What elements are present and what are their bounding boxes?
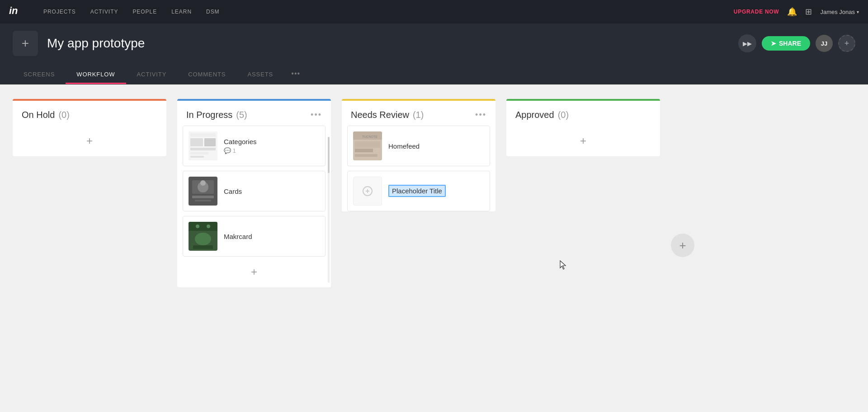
tab-screens[interactable]: SCREENS: [13, 65, 66, 84]
card-homefeed-name: Homefeed: [388, 142, 484, 150]
column-needsreview-menu[interactable]: •••: [475, 110, 486, 120]
card-homefeed[interactable]: TUCNOTE Homefeed: [347, 126, 490, 166]
add-card-onhold-icon: +: [86, 135, 93, 147]
column-inprogress-menu[interactable]: •••: [311, 110, 322, 120]
inprogress-card-list: Categories 💬 1: [177, 126, 331, 257]
tab-activity[interactable]: ACTIVITY: [126, 65, 178, 84]
svg-point-11: [200, 180, 206, 186]
tab-assets[interactable]: ASSETS: [236, 65, 284, 84]
svg-rect-7: [190, 156, 204, 158]
nav-learn[interactable]: LEARN: [171, 9, 192, 15]
workflow-area: On Hold (0) + In Progress (5) •••: [0, 84, 868, 406]
svg-point-19: [207, 225, 210, 228]
add-screen-button[interactable]: +: [13, 31, 38, 56]
add-column-icon: +: [679, 239, 686, 253]
column-needsreview-count: (1): [413, 110, 424, 120]
column-inprogress-title: In Progress: [186, 110, 232, 120]
card-placeholder[interactable]: Placeholder Title: [347, 171, 490, 211]
add-card-approved-icon: +: [580, 135, 586, 147]
nav-activity[interactable]: ACTIVITY: [90, 9, 118, 15]
topnav: in PROJECTS ACTIVITY PEOPLE LEARN DSM UP…: [0, 0, 868, 23]
needsreview-card-list: TUCNOTE Homefeed Placeholder Tit: [342, 126, 495, 211]
logo[interactable]: in: [9, 4, 24, 19]
topnav-right: UPGRADE NOW 🔔 ⊞ James Jonas: [734, 7, 859, 17]
comment-count: 1: [233, 148, 236, 154]
svg-rect-24: [355, 154, 377, 157]
upgrade-button[interactable]: UPGRADE NOW: [734, 9, 779, 15]
cursor: [560, 260, 568, 272]
column-onhold-title: On Hold: [22, 110, 55, 120]
svg-rect-22: [355, 141, 380, 148]
card-homefeed-thumb: TUCNOTE: [353, 131, 382, 160]
card-categories[interactable]: Categories 💬 1: [183, 126, 326, 166]
add-icon: +: [22, 36, 29, 51]
column-onhold: On Hold (0) +: [13, 99, 166, 156]
svg-rect-6: [190, 152, 208, 154]
nav-projects[interactable]: PROJECTS: [43, 9, 76, 15]
svg-rect-23: [355, 149, 373, 152]
card-categories-meta: 💬 1: [224, 147, 320, 154]
card-placeholder-thumb: [353, 177, 382, 206]
svg-rect-12: [192, 196, 214, 198]
column-inprogress-count: (5): [236, 110, 247, 120]
svg-rect-13: [195, 200, 211, 201]
comment-icon: 💬: [224, 147, 231, 154]
column-onhold-header: On Hold (0): [13, 101, 166, 126]
card-cards-info: Cards: [224, 187, 320, 195]
column-needsreview-title: Needs Review: [351, 110, 409, 120]
svg-point-16: [195, 233, 211, 245]
column-approved-title: Approved: [515, 110, 554, 120]
card-makrcard-name: Makrcard: [224, 233, 320, 240]
column-onhold-count: (0): [58, 110, 69, 120]
preview-icon: ▶▶: [743, 40, 752, 47]
project-title: My app prototype: [47, 36, 729, 51]
add-member-icon: +: [844, 39, 849, 48]
card-makrcard[interactable]: Makrcard: [183, 216, 326, 257]
svg-rect-5: [190, 148, 216, 150]
card-cards-name: Cards: [224, 187, 320, 195]
card-categories-thumb: [189, 131, 217, 160]
scrollbar-thumb: [328, 137, 330, 173]
svg-point-18: [196, 225, 199, 228]
card-placeholder-info: Placeholder Title: [388, 187, 484, 195]
share-label: SHARE: [779, 40, 801, 47]
tab-more[interactable]: •••: [284, 63, 307, 84]
avatar[interactable]: JJ: [816, 35, 833, 52]
header-actions: ▶▶ ➤ SHARE JJ +: [738, 34, 855, 52]
project-header: + My app prototype ▶▶ ➤ SHARE JJ +: [0, 23, 868, 63]
card-categories-info: Categories 💬 1: [224, 138, 320, 154]
user-menu[interactable]: James Jonas: [820, 9, 859, 15]
card-makrcard-thumb: [189, 222, 217, 251]
add-card-approved-button[interactable]: +: [506, 126, 660, 156]
nav-people[interactable]: PEOPLE: [132, 9, 157, 15]
column-needsreview-header: Needs Review (1) •••: [342, 101, 495, 126]
svg-text:TUCNOTE: TUCNOTE: [362, 135, 377, 138]
svg-rect-3: [190, 138, 203, 146]
add-column-button[interactable]: +: [671, 234, 694, 257]
svg-rect-15: [189, 222, 217, 231]
column-approved-count: (0): [558, 110, 569, 120]
svg-rect-4: [204, 138, 216, 146]
column-inprogress: In Progress (5) •••: [177, 99, 331, 287]
add-card-onhold-button[interactable]: +: [13, 126, 166, 156]
column-approved: Approved (0) +: [506, 99, 660, 156]
card-cards[interactable]: Cards: [183, 171, 326, 211]
share-button[interactable]: ➤ SHARE: [762, 36, 810, 51]
svg-text:in: in: [9, 5, 18, 16]
placeholder-title: Placeholder Title: [388, 185, 446, 197]
preview-button[interactable]: ▶▶: [738, 34, 756, 52]
card-categories-name: Categories: [224, 138, 320, 145]
tab-comments[interactable]: COMMENTS: [177, 65, 236, 84]
tab-workflow[interactable]: WORKFLOW: [66, 65, 126, 84]
nav-dsm[interactable]: DSM: [206, 9, 220, 15]
tabs-bar: SCREENS WORKFLOW ACTIVITY COMMENTS ASSET…: [0, 63, 868, 84]
add-card-inprogress-button[interactable]: +: [177, 257, 331, 287]
notifications-icon[interactable]: 🔔: [787, 7, 797, 17]
scrollbar-track: [328, 137, 330, 283]
add-member-button[interactable]: +: [838, 35, 855, 52]
share-icon: ➤: [771, 40, 776, 47]
svg-rect-2: [190, 133, 216, 137]
column-inprogress-header: In Progress (5) •••: [177, 101, 331, 126]
apps-icon[interactable]: ⊞: [805, 7, 812, 17]
card-homefeed-info: Homefeed: [388, 142, 484, 150]
